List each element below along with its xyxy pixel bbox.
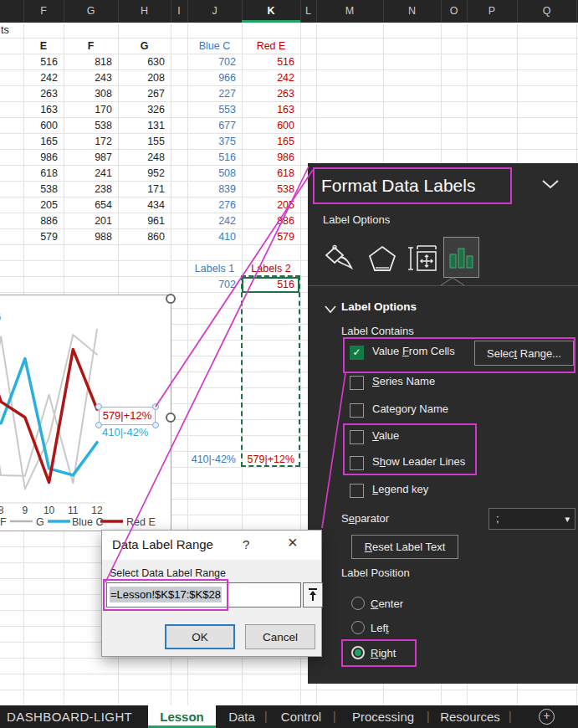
cell[interactable]: 600 <box>242 118 300 134</box>
cell[interactable]: 952 <box>118 166 171 182</box>
cell[interactable]: 839 <box>187 182 242 197</box>
cell[interactable]: 579 <box>242 229 300 245</box>
sheet-tab-lesson[interactable]: Lesson <box>148 705 216 728</box>
cell[interactable]: 508 <box>187 166 242 182</box>
cell[interactable]: 516 <box>242 54 300 70</box>
cell[interactable]: 987 <box>64 150 118 166</box>
cell[interactable]: 618 <box>242 166 300 182</box>
add-sheet-button[interactable]: + <box>539 709 555 725</box>
cell[interactable]: 654 <box>64 197 118 213</box>
cell[interactable]: 165 <box>23 134 64 150</box>
tab-label-options[interactable]: Label Options <box>323 213 390 226</box>
cell[interactable]: 818 <box>64 54 118 70</box>
chevron-down-icon[interactable] <box>540 178 560 190</box>
data-label-cyan[interactable]: 410|-42% <box>102 426 161 439</box>
sheet-tab-processing[interactable]: Processing <box>341 705 425 728</box>
column-header-M[interactable]: M <box>337 0 362 23</box>
column-header-O[interactable]: O <box>442 0 467 23</box>
cell[interactable]: G <box>118 38 171 54</box>
column-header-K[interactable]: K <box>258 0 284 23</box>
cell[interactable]: 702 <box>187 54 242 70</box>
cell[interactable]: 986 <box>242 150 300 166</box>
cell[interactable]: 538 <box>64 118 118 134</box>
cell[interactable]: 163 <box>242 102 300 118</box>
cell[interactable]: 242 <box>23 70 64 86</box>
cell[interactable]: 201 <box>64 213 118 229</box>
cell[interactable]: 375 <box>187 134 242 150</box>
cell[interactable]: 243 <box>64 70 118 86</box>
fill-icon[interactable] <box>325 244 358 276</box>
cell[interactable]: 276 <box>187 197 242 213</box>
blue-c-header[interactable]: Blue C <box>187 38 242 54</box>
cell[interactable]: 248 <box>118 150 171 166</box>
cell[interactable]: 677 <box>187 118 242 134</box>
column-header-L[interactable]: L <box>296 0 321 23</box>
selected-data-label[interactable]: 579|+12% <box>99 407 156 425</box>
chart-options-icon[interactable] <box>443 237 479 278</box>
ok-button[interactable]: OK <box>165 624 235 649</box>
column-header-P[interactable]: P <box>479 0 504 23</box>
separator-dropdown[interactable]: ; ▾ <box>488 508 575 530</box>
cell[interactable]: 238 <box>64 182 118 197</box>
cell[interactable]: 263 <box>242 86 300 102</box>
cell[interactable]: 131 <box>118 118 171 134</box>
labels1-header[interactable]: Labels 1 <box>187 261 242 277</box>
column-header-G[interactable]: G <box>79 0 104 23</box>
cell[interactable]: 860 <box>118 229 171 245</box>
chart-resize-handle[interactable] <box>166 294 176 304</box>
cell[interactable]: 410|-42% <box>187 452 242 468</box>
cell[interactable]: 267 <box>118 86 171 102</box>
cell[interactable]: 886 <box>242 213 300 229</box>
cell[interactable]: 205 <box>242 197 300 213</box>
cell[interactable]: E <box>23 38 64 54</box>
cell[interactable]: 263 <box>23 86 64 102</box>
cell[interactable]: 538 <box>242 182 300 197</box>
cell[interactable]: 434 <box>118 197 171 213</box>
cell[interactable]: 516 <box>23 54 64 70</box>
cell[interactable]: 308 <box>64 86 118 102</box>
cell[interactable]: 986 <box>23 150 64 166</box>
cell[interactable]: 205 <box>23 197 64 213</box>
column-header-Q[interactable]: Q <box>535 0 560 23</box>
collapse-dialog-button[interactable] <box>303 582 323 608</box>
cell[interactable]: 227 <box>187 86 242 102</box>
cell[interactable]: 326 <box>118 102 171 118</box>
label-handle[interactable] <box>152 403 159 410</box>
cell[interactable]: 538 <box>23 182 64 197</box>
cell[interactable]: 618 <box>23 166 64 182</box>
cell[interactable]: 579 <box>23 229 64 245</box>
column-header-N[interactable]: N <box>400 0 425 23</box>
radio-left[interactable] <box>351 621 365 634</box>
cell[interactable]: 516 <box>187 150 242 166</box>
cell[interactable]: 208 <box>118 70 171 86</box>
reset-label-text-button[interactable]: Reset Label Text <box>351 535 458 559</box>
cell[interactable]: 961 <box>118 213 171 229</box>
cell[interactable]: 155 <box>118 134 171 150</box>
cell[interactable]: 242 <box>187 213 242 229</box>
column-header-J[interactable]: J <box>202 0 228 23</box>
sheet-tab-data[interactable]: Data <box>220 705 263 728</box>
sheet-tab-resources[interactable]: Resources <box>433 705 507 728</box>
cell[interactable]: 702 <box>187 277 242 293</box>
radio-center[interactable] <box>351 597 365 610</box>
label-handle[interactable] <box>152 422 159 428</box>
sheet-tab-dashboard-light[interactable]: DASHBOARD-LIGHT <box>7 705 142 728</box>
section-label-options[interactable]: Label Options <box>341 300 417 313</box>
cell[interactable]: 163 <box>23 102 64 118</box>
help-icon[interactable]: ? <box>243 537 249 551</box>
chart-resize-handle[interactable] <box>166 413 176 423</box>
cell[interactable]: 553 <box>187 102 242 118</box>
cell[interactable]: 172 <box>64 134 118 150</box>
cancel-button[interactable]: Cancel <box>245 624 315 649</box>
cell[interactable]: F <box>64 38 118 54</box>
sheet-tab-control[interactable]: Control <box>271 705 331 728</box>
checkbox-legend-key[interactable] <box>350 484 364 498</box>
column-header-H[interactable]: H <box>132 0 157 23</box>
red-e-header[interactable]: Red E <box>242 38 300 54</box>
cell[interactable]: 165 <box>242 134 300 150</box>
cell[interactable]: 241 <box>64 166 118 182</box>
close-icon[interactable]: × <box>288 533 298 552</box>
cell[interactable]: 410 <box>187 229 242 245</box>
chevron-down-icon[interactable] <box>325 305 336 313</box>
size-properties-icon[interactable] <box>407 244 440 276</box>
